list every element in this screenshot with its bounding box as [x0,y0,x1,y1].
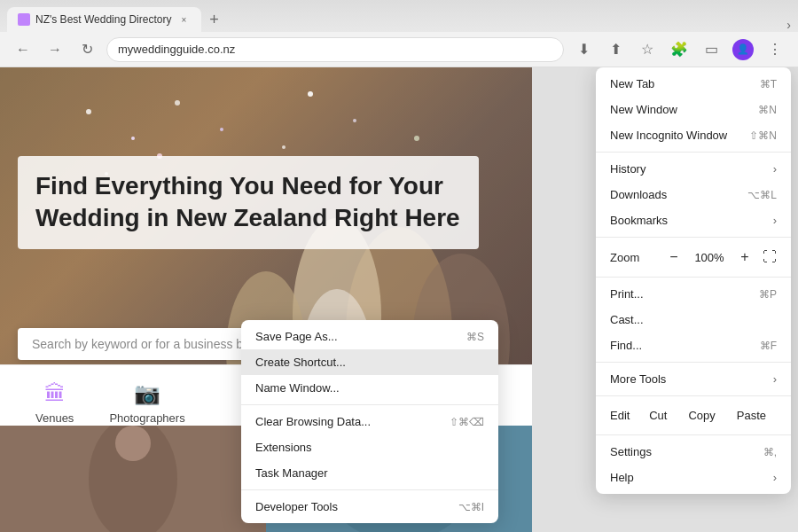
ctx-save-page-shortcut: ⌘S [466,331,484,343]
ctx-extensions[interactable]: Extensions [241,434,498,460]
ctx-extensions-label: Extensions [255,441,484,454]
menu-new-tab-shortcut: ⌘T [760,78,777,90]
divider-6 [596,434,791,435]
website-content: Find Everything You Need for Your Weddin… [0,67,798,532]
address-bar: ← → ↻ myweddingguide.co.nz ⬇ ⬆ ☆ 🧩 ▭ 👤 ⋮ [0,32,798,67]
main-context-menu: New Tab ⌘T New Window ⌘N New Incognito W… [596,67,791,494]
hero-title: Find Everything You Need for Your Weddin… [35,170,461,235]
tab-overflow-arrow[interactable]: › [786,18,791,32]
divider-2 [596,237,791,238]
menu-more-tools-arrow: › [773,372,777,386]
profile-button[interactable]: 👤 [731,37,755,62]
menu-find-label: Find... [610,339,746,352]
menu-new-incognito-label: New Incognito Window [610,129,735,142]
menu-new-window[interactable]: New Window ⌘N [596,97,791,122]
menu-new-incognito-shortcut: ⇧⌘N [749,129,777,142]
menu-bookmarks[interactable]: Bookmarks › [596,207,791,233]
menu-new-tab-label: New Tab [610,77,746,90]
menu-bookmarks-label: Bookmarks [610,214,766,227]
divider-4 [596,362,791,363]
menu-downloads-label: Downloads [610,188,733,201]
menu-settings-shortcut: ⌘, [763,446,777,458]
share-icon[interactable]: ⬆ [603,37,628,62]
menu-settings-label: Settings [610,445,749,458]
tab-bar: NZ's Best Wedding Directory × + › [0,0,798,32]
extension-icon[interactable]: 🧩 [667,37,692,62]
menu-help-arrow: › [773,471,777,484]
menu-new-window-shortcut: ⌘N [758,104,777,116]
ctx-clear-browsing[interactable]: Clear Browsing Data... ⇧⌘⌫ [241,409,498,434]
ctx-task-manager-label: Task Manager [255,466,484,480]
menu-bookmarks-arrow: › [773,214,777,227]
divider-5 [596,395,791,396]
ctx-divider-1 [241,404,498,405]
person-silhouette-left [0,426,266,532]
tablet-icon[interactable]: ▭ [699,37,724,62]
page-context-menu: Save Page As... ⌘S Create Shortcut... Na… [241,320,498,523]
menu-zoom-row: Zoom − 100% + ⛶ [596,241,791,273]
back-button[interactable]: ← [11,37,35,62]
new-tab-button[interactable]: + [201,7,226,32]
menu-find[interactable]: Find... ⌘F [596,332,791,358]
url-text: myweddingguide.co.nz [118,43,235,56]
bottom-image-left [0,426,266,532]
category-photographers[interactable]: 📷 Photographers [91,372,202,434]
menu-history-label: History [610,162,766,176]
photographers-label: Photographers [109,411,184,425]
ctx-name-window-label: Name Window... [255,381,484,395]
menu-cast-label: Cast... [610,313,777,326]
ctx-clear-browsing-label: Clear Browsing Data... [255,415,435,428]
svg-point-17 [115,426,151,461]
download-icon[interactable]: ⬇ [571,37,596,62]
browser-tab[interactable]: NZ's Best Wedding Directory × [7,7,201,32]
ctx-developer-tools[interactable]: Developer Tools ⌥⌘I [241,494,498,520]
menu-button[interactable]: ⋮ [763,37,787,62]
menu-cast[interactable]: Cast... [596,307,791,332]
menu-print-label: Print... [610,287,745,301]
menu-more-tools[interactable]: More Tools › [596,366,791,392]
menu-find-shortcut: ⌘F [760,340,777,352]
menu-new-window-label: New Window [610,103,744,116]
menu-edit-row: Edit Cut Copy Paste [596,400,791,431]
ctx-task-manager[interactable]: Task Manager [241,460,498,486]
copy-button[interactable]: Copy [677,405,725,426]
zoom-controls: − 100% + ⛶ [663,246,777,268]
forward-button[interactable]: → [43,37,67,62]
ctx-create-shortcut[interactable]: Create Shortcut... [241,349,498,375]
profile-avatar: 👤 [732,39,754,60]
ctx-create-shortcut-label: Create Shortcut... [255,356,484,369]
menu-history-arrow: › [773,162,777,176]
ctx-clear-browsing-shortcut: ⇧⌘⌫ [450,416,484,428]
tab-close-button[interactable]: × [176,12,191,27]
menu-settings[interactable]: Settings ⌘, [596,439,791,465]
menu-print-shortcut: ⌘P [759,288,777,301]
menu-history[interactable]: History › [596,156,791,182]
menu-print[interactable]: Print... ⌘P [596,281,791,307]
menu-help-label: Help [610,471,766,484]
ctx-save-page[interactable]: Save Page As... ⌘S [241,324,498,349]
ctx-save-page-label: Save Page As... [255,330,452,343]
ctx-name-window[interactable]: Name Window... [241,375,498,401]
refresh-button[interactable]: ↻ [74,37,99,62]
divider-3 [596,277,791,278]
menu-more-tools-label: More Tools [610,372,766,386]
zoom-in-button[interactable]: + [734,246,755,268]
menu-downloads[interactable]: Downloads ⌥⌘L [596,182,791,207]
ctx-developer-tools-shortcut: ⌥⌘I [458,501,484,513]
url-input[interactable]: myweddingguide.co.nz [106,37,564,62]
cut-button[interactable]: Cut [638,405,677,426]
zoom-out-button[interactable]: − [663,246,685,268]
paste-button[interactable]: Paste [726,405,777,426]
category-venues[interactable]: 🏛 Venues [18,372,91,434]
divider-1 [596,152,791,153]
hero-text-box: Find Everything You Need for Your Weddin… [18,156,479,249]
bookmark-icon[interactable]: ☆ [635,37,660,62]
menu-new-incognito[interactable]: New Incognito Window ⇧⌘N [596,122,791,148]
zoom-expand-button[interactable]: ⛶ [763,249,777,265]
venues-icon: 🏛 [44,381,66,406]
menu-help[interactable]: Help › [596,465,791,490]
menu-new-tab[interactable]: New Tab ⌘T [596,71,791,97]
tab-title: NZ's Best Wedding Directory [35,13,171,26]
ctx-developer-tools-label: Developer Tools [255,500,444,513]
zoom-label: Zoom [610,251,663,264]
